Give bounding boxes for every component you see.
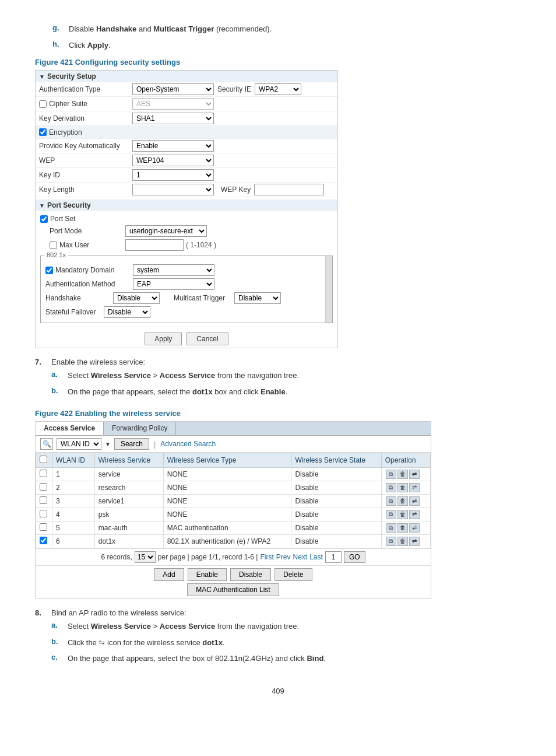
auth-method-select[interactable]: EAP [133,278,214,290]
key-length-select[interactable] [132,184,214,195]
cell-service-state: Disable [291,522,381,535]
provide-key-select[interactable]: Enable [132,140,214,152]
col-operation: Operation [381,453,430,468]
cell-service-state: Disable [291,535,381,548]
delete-icon[interactable]: 🗑 [397,523,408,533]
cipher-suite-select[interactable]: AES [132,98,214,110]
port-security-content: Port Set Port Mode userlogin-secure-ext … [36,211,337,328]
per-page-select[interactable]: 15 [135,551,156,563]
next-page-link[interactable]: Next [293,553,308,561]
bind-icon[interactable]: ⇌ [409,496,420,506]
copy-icon[interactable]: ⧉ [386,496,396,506]
last-page-link[interactable]: Last [309,553,323,561]
key-id-select[interactable]: 1 [132,169,214,181]
select-all-checkbox[interactable] [40,456,47,463]
port-set-row: Port Set [40,214,333,224]
step8a: a. Select Wireless Service > Access Serv… [51,621,521,632]
col-wireless-service: Wireless Service [94,453,163,468]
delete-button[interactable]: Delete [275,568,312,581]
row-checkbox[interactable] [40,523,47,531]
step7a-text: Select Wireless Service > Access Service… [68,370,521,382]
bind-icon[interactable]: ⇌ [409,537,420,546]
cipher-suite-checkbox[interactable] [39,100,47,108]
row-checkbox[interactable] [40,537,47,544]
page-footer: 409 [35,687,521,695]
auth-type-select[interactable]: Open-System [132,83,214,95]
dot1x-section-label: 802.1x [44,251,68,258]
step8a-letter: a. [51,621,63,629]
cell-wlan-id: 3 [52,495,95,508]
provide-key-label: Provide Key Automatically [39,142,132,150]
disable-button[interactable]: Disable [230,568,271,581]
apply-button[interactable]: Apply [145,332,182,345]
max-user-label: Max User [59,241,89,249]
delete-icon[interactable]: 🗑 [397,537,408,546]
bind-icon[interactable]: ⇌ [409,510,420,519]
copy-icon[interactable]: ⧉ [386,523,396,533]
table-row: 6dot1x802.1X authentication (e) / WPA2Di… [36,535,431,548]
mandatory-domain-checkbox[interactable] [45,267,53,274]
search-field-select[interactable]: WLAN ID [57,438,101,450]
copy-icon[interactable]: ⧉ [386,470,396,479]
row-checkbox[interactable] [40,483,47,491]
tab-bar: Access Service Forwarding Policy [36,422,431,436]
port-security-label: Port Security [47,201,91,209]
cipher-suite-value: AES [132,98,334,110]
tab-forwarding-policy[interactable]: Forwarding Policy [104,422,176,435]
page-number-input[interactable] [325,551,342,563]
auth-type-label: Authentication Type [39,85,132,93]
scrollbar[interactable] [325,256,332,323]
max-user-input[interactable] [125,239,184,251]
mandatory-domain-select[interactable]: system [133,264,214,276]
port-mode-select[interactable]: userlogin-secure-ext [125,225,207,237]
encryption-row: Encryption [36,126,337,139]
security-setup-panel: ▼ Security Setup Authentication Type Ope… [35,70,338,348]
stateful-failover-select[interactable]: Disable [104,306,150,318]
delete-icon[interactable]: 🗑 [397,510,408,519]
encryption-checkbox[interactable] [39,128,47,136]
bind-icon[interactable]: ⇌ [409,523,420,533]
search-icon-box: 🔍 [40,438,53,450]
handshake-select[interactable]: Disable [113,292,160,304]
multicast-trigger-select[interactable]: Disable [234,292,281,304]
cell-operation: ⧉🗑⇌ [381,535,430,548]
max-user-checkbox[interactable] [50,242,57,249]
copy-icon[interactable]: ⧉ [386,483,396,492]
row-checkbox[interactable] [40,510,47,517]
security-ie-select[interactable]: WPA2 [255,83,301,95]
table-row: 4pskNONEDisable⧉🗑⇌ [36,508,431,522]
delete-icon[interactable]: 🗑 [397,470,408,479]
mac-auth-button[interactable]: MAC Authentication List [187,583,279,596]
copy-icon[interactable]: ⧉ [386,510,396,519]
advanced-search-link[interactable]: Advanced Search [160,440,216,448]
tab-access-service[interactable]: Access Service [36,422,104,435]
step8b: b. Click the ⇋ icon for the wireless ser… [51,637,521,649]
first-page-link[interactable]: First [260,553,273,561]
search-button[interactable]: Search [114,438,149,450]
port-security-triangle: ▼ [39,202,45,209]
wep-key-input[interactable] [254,184,324,195]
add-button[interactable]: Add [154,568,184,581]
key-derivation-select[interactable]: SHA1 [132,113,214,124]
bind-icon[interactable]: ⇌ [409,483,420,492]
cancel-button[interactable]: Cancel [186,332,228,345]
dropdown-arrow: ▼ [105,441,111,447]
step7-text: Enable the wireless service: [51,358,521,366]
figure421-title: Figure 421 Configuring security settings [35,58,521,66]
prev-page-link[interactable]: Prev [276,553,291,561]
row-checkbox[interactable] [40,470,47,477]
enable-button[interactable]: Enable [188,568,227,581]
delete-icon[interactable]: 🗑 [397,483,408,492]
bind-icon[interactable]: ⇌ [409,470,420,479]
wep-select[interactable]: WEP104 [132,155,214,166]
copy-icon[interactable]: ⧉ [386,537,396,546]
key-derivation-label: Key Derivation [39,114,132,123]
table-row: 3service1NONEDisable⧉🗑⇌ [36,495,431,508]
row-checkbox[interactable] [40,496,47,504]
port-set-checkbox[interactable] [40,215,48,223]
go-button[interactable]: GO [344,551,365,563]
cell-service-type: 802.1X authentication (e) / WPA2 [163,535,291,548]
wep-label: WEP [39,156,132,164]
apply-cancel-row: Apply Cancel [36,332,337,345]
delete-icon[interactable]: 🗑 [397,496,408,506]
